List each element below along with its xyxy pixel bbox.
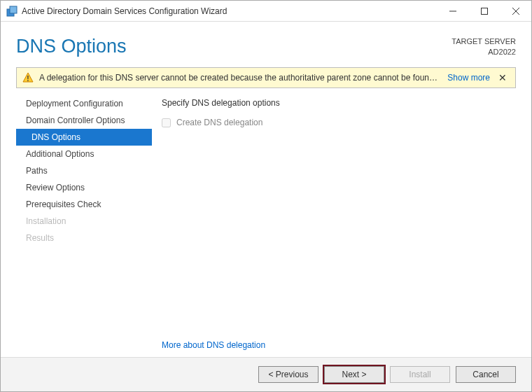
sidebar-item[interactable]: Review Options xyxy=(16,179,152,196)
app-icon xyxy=(6,6,18,17)
sidebar-item[interactable]: Domain Controller Options xyxy=(16,112,152,129)
main-pane: Specify DNS delegation options Create DN… xyxy=(152,95,516,357)
target-server-info: TARGET SERVER AD2022 xyxy=(451,36,516,57)
target-value: AD2022 xyxy=(451,47,516,57)
sidebar-item[interactable]: Deployment Configuration xyxy=(16,95,152,112)
target-label: TARGET SERVER xyxy=(451,36,516,46)
sidebar-item: Installation xyxy=(16,213,152,230)
more-about-link[interactable]: More about DNS delegation xyxy=(162,340,516,350)
create-dns-delegation-checkbox[interactable] xyxy=(162,118,171,127)
page-title: DNS Options xyxy=(16,36,127,57)
sidebar-item[interactable]: Prerequisites Check xyxy=(16,196,152,213)
checkbox-label: Create DNS delegation xyxy=(176,118,262,127)
wizard-steps-sidebar: Deployment ConfigurationDomain Controlle… xyxy=(16,95,152,357)
sidebar-item[interactable]: Additional Options xyxy=(16,146,152,162)
sidebar-item[interactable]: DNS Options xyxy=(16,129,152,146)
install-button[interactable]: Install xyxy=(390,366,450,383)
banner-message: A delegation for this DNS server cannot … xyxy=(39,73,439,83)
create-dns-delegation-option: Create DNS delegation xyxy=(162,118,516,127)
svg-text:!: ! xyxy=(27,75,29,83)
next-button[interactable]: Next > xyxy=(324,366,384,383)
cancel-button[interactable]: Cancel xyxy=(456,366,516,383)
svg-rect-1 xyxy=(10,6,17,13)
banner-show-more-link[interactable]: Show more xyxy=(447,73,490,83)
warning-banner: ! A delegation for this DNS server canno… xyxy=(16,67,516,88)
previous-button[interactable]: < Previous xyxy=(258,366,318,383)
header: DNS Options TARGET SERVER AD2022 xyxy=(1,22,531,67)
minimize-button[interactable] xyxy=(437,1,468,21)
banner-close-icon[interactable]: ✕ xyxy=(496,72,510,83)
close-button[interactable] xyxy=(500,1,531,21)
footer-buttons: < Previous Next > Install Cancel xyxy=(1,357,531,391)
window-controls xyxy=(437,1,531,21)
titlebar: Active Directory Domain Services Configu… xyxy=(1,1,531,22)
maximize-button[interactable] xyxy=(468,1,500,21)
sidebar-item[interactable]: Paths xyxy=(16,162,152,179)
sidebar-item: Results xyxy=(16,230,152,246)
svg-rect-3 xyxy=(481,8,487,14)
section-label: Specify DNS delegation options xyxy=(162,98,516,108)
titlebar-text: Active Directory Domain Services Configu… xyxy=(22,6,437,16)
warning-icon: ! xyxy=(22,72,34,83)
